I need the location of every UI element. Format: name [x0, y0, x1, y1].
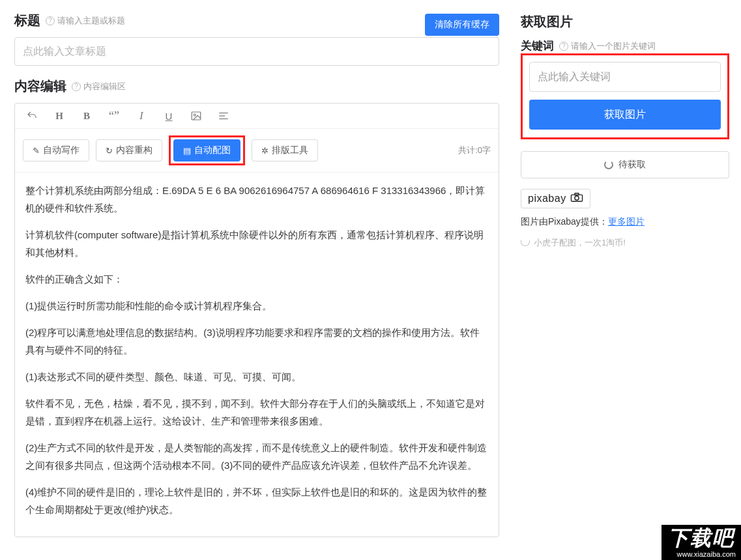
auto-write-button[interactable]: ✎自动写作: [23, 139, 89, 161]
paragraph: (1)表达形式不同的硬件类型、颜色、味道、可见、可摸、可闻。: [25, 368, 488, 385]
camera-icon: [570, 193, 583, 204]
format-toolbar: H B “” I U: [15, 104, 499, 129]
article-title-input[interactable]: [14, 37, 499, 66]
get-image-button[interactable]: 获取图片: [529, 100, 721, 130]
pixabay-badge: pixabay: [521, 189, 590, 208]
word-count: 共计:0字: [458, 145, 491, 156]
svg-rect-7: [575, 193, 579, 195]
paragraph: 软件的正确含义如下：: [25, 270, 488, 288]
italic-icon[interactable]: I: [135, 109, 148, 123]
get-image-heading-row: 获取图片: [521, 13, 729, 31]
pixabay-label: pixabay: [528, 193, 566, 204]
editor-box: H B “” I U ✎自动写作 ↻内容重构 ▤自动配图 ✲排版工具 共计:0字…: [14, 103, 499, 537]
watermark: 下载吧 www.xiazaiba.com: [661, 525, 741, 560]
quote-icon[interactable]: “”: [108, 109, 121, 123]
underline-icon[interactable]: U: [162, 109, 175, 123]
title-heading: 标题: [14, 12, 40, 29]
undo-icon[interactable]: [25, 109, 38, 123]
watermark-url: www.xiazaiba.com: [661, 550, 741, 560]
keyword-input[interactable]: [529, 62, 721, 92]
paragraph: 计算机软件(computer software)是指计算机系统中除硬件以外的所有…: [25, 226, 488, 261]
editor-heading: 内容编辑: [14, 77, 66, 95]
spinner-icon: [604, 160, 613, 169]
watermark-text: 下载吧: [661, 525, 741, 550]
refresh-icon: ↻: [106, 146, 113, 156]
paragraph: (1)提供运行时所需功能和性能的命令或计算机程序集合。: [25, 297, 488, 315]
highlight-frame: ▤自动配图: [169, 135, 245, 165]
editor-content[interactable]: 整个计算机系统由两部分组成：E.69DA 5 E 6 BA 9062616964…: [15, 173, 499, 537]
get-image-heading: 获取图片: [521, 13, 573, 31]
svg-rect-0: [192, 112, 201, 120]
heading-icon[interactable]: H: [53, 109, 66, 123]
align-icon[interactable]: [217, 109, 230, 123]
cost-notice: 小虎子配图，一次1淘币!: [521, 237, 729, 249]
title-section-heading: 标题 ?请输入主题或标题: [14, 12, 125, 29]
info-icon: ?: [559, 42, 568, 51]
fetch-status: 待获取: [521, 151, 729, 178]
image-small-icon: ▤: [183, 146, 191, 156]
keyword-hint: ?请输入一个图片关键词: [559, 40, 656, 52]
paragraph: (2)程序可以满意地处理信息的数据结构。(3)说明程序功能要求和程序需要的文档的…: [25, 324, 488, 359]
paragraph: 软件看不见，无色，枯燥，看不见，摸不到，闻不到。软件大部分存在于人们的头脑或纸上…: [25, 395, 488, 430]
editor-hint: ?内容编辑区: [72, 81, 126, 92]
svg-point-6: [575, 196, 579, 200]
keyword-highlight-frame: 获取图片: [521, 53, 729, 139]
bowl-icon: [521, 240, 530, 246]
clear-cache-button[interactable]: 清除所有缓存: [425, 14, 499, 36]
settings-icon: ✲: [261, 146, 269, 156]
image-icon[interactable]: [190, 109, 203, 123]
layout-tool-button[interactable]: ✲排版工具: [252, 139, 318, 161]
title-hint: ?请输入主题或标题: [46, 15, 125, 27]
more-images-link[interactable]: 更多图片: [608, 216, 645, 227]
status-text: 待获取: [618, 159, 646, 171]
paragraph: (2)生产方式不同的软件是开发，是人类智能的高发挥，而不是传统意义上的硬件制造。…: [25, 439, 488, 474]
restructure-button[interactable]: ↻内容重构: [96, 139, 162, 161]
keyword-heading: 关键词: [521, 38, 554, 53]
info-icon: ?: [46, 16, 55, 25]
svg-point-1: [194, 114, 196, 116]
paragraph: (4)维护不同的硬件是旧的，理论上软件是旧的，并不坏，但实际上软件也是旧的和坏的…: [25, 483, 488, 518]
image-credit: 图片由Pixabay提供：更多图片: [521, 216, 729, 228]
bold-icon[interactable]: B: [80, 109, 93, 123]
auto-image-button[interactable]: ▤自动配图: [173, 139, 240, 161]
pencil-icon: ✎: [33, 146, 40, 156]
paragraph: 整个计算机系统由两部分组成：E.69DA 5 E 6 BA 9062616964…: [25, 182, 488, 217]
action-toolbar: ✎自动写作 ↻内容重构 ▤自动配图 ✲排版工具 共计:0字: [15, 129, 499, 173]
keyword-heading-row: 关键词 ?请输入一个图片关键词: [521, 38, 729, 53]
info-icon: ?: [72, 82, 81, 91]
editor-section-heading: 内容编辑 ?内容编辑区: [14, 77, 499, 95]
